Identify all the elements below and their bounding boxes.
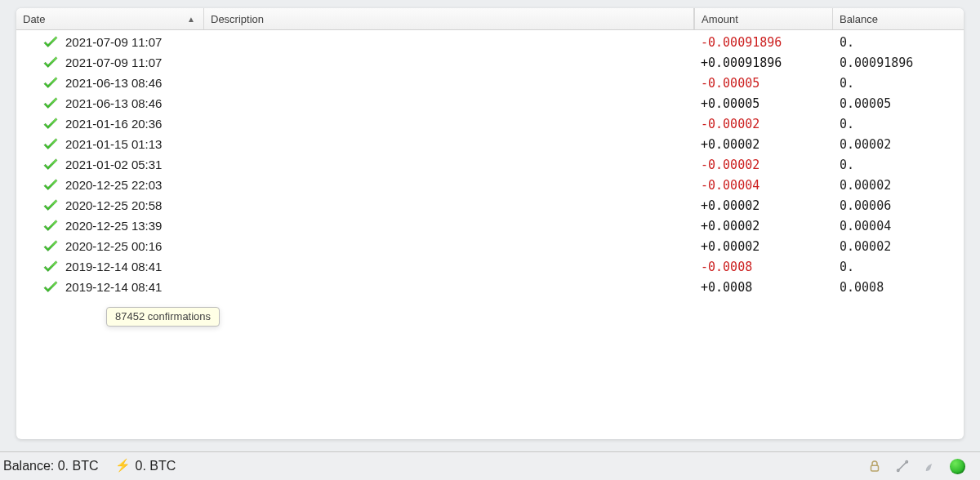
column-header-description[interactable]: Description: [204, 8, 694, 29]
transaction-row[interactable]: 2019-12-14 08:41+0.00080.0008: [16, 277, 964, 297]
transaction-balance: 0.00002: [833, 239, 964, 254]
sort-asc-icon: ▲: [187, 15, 195, 24]
svg-point-2: [906, 461, 907, 463]
confirmed-icon: [16, 281, 60, 294]
confirmed-icon: [16, 36, 60, 49]
transaction-balance: 0.00004: [833, 219, 964, 233]
transaction-date: 2020-12-25 13:39: [60, 219, 204, 233]
tools-icon[interactable]: [894, 458, 911, 474]
network-status-icon[interactable]: [950, 459, 965, 474]
transaction-balance: 0.: [833, 260, 964, 274]
transaction-amount: +0.00002: [694, 198, 833, 213]
transaction-row[interactable]: 2021-07-09 11:07-0.000918960.: [16, 32, 964, 52]
transaction-row[interactable]: 2021-01-15 01:13+0.000020.00002: [16, 134, 964, 154]
confirmed-icon: [16, 138, 60, 151]
transaction-amount: -0.00005: [694, 76, 833, 91]
transaction-amount: +0.00002: [694, 219, 833, 233]
transaction-date: 2021-06-13 08:46: [60, 76, 204, 90]
confirmed-icon: [16, 56, 60, 69]
confirmed-icon: [16, 199, 60, 212]
confirmations-tooltip-text: 87452 confirmations: [115, 310, 211, 322]
status-balance: Balance: 0. BTC: [0, 459, 99, 473]
transaction-balance: 0.: [833, 35, 964, 50]
transaction-amount: -0.00002: [694, 158, 833, 172]
confirmed-icon: [16, 260, 60, 273]
transaction-date: 2021-01-02 05:31: [60, 158, 204, 171]
status-icons: [866, 458, 965, 474]
transaction-balance: 0.: [833, 76, 964, 91]
column-header-amount[interactable]: Amount: [694, 8, 833, 29]
status-bar: Balance: 0. BTC ⚡ 0. BTC: [0, 451, 980, 480]
lock-icon[interactable]: [866, 458, 883, 474]
transaction-row[interactable]: 2021-01-16 20:36-0.000020.: [16, 113, 964, 134]
confirmed-icon: [16, 97, 60, 110]
confirmed-icon: [16, 240, 60, 253]
transaction-date: 2020-12-25 22:03: [60, 178, 204, 192]
column-header-date[interactable]: Date ▲: [16, 8, 204, 29]
confirmed-icon: [16, 179, 60, 192]
transaction-row[interactable]: 2021-07-09 11:07+0.000918960.00091896: [16, 52, 964, 73]
column-header-row: Date ▲ Description Amount Balance: [16, 8, 964, 30]
transaction-balance: 0.00006: [833, 198, 964, 213]
transaction-date: 2021-06-13 08:46: [60, 96, 204, 110]
status-lightning-label: 0. BTC: [136, 459, 176, 473]
transaction-balance: 0.00002: [833, 137, 964, 152]
transaction-amount: -0.00002: [694, 117, 833, 131]
transaction-amount: -0.0008: [694, 260, 833, 274]
transaction-balance: 0.0008: [833, 280, 964, 295]
transaction-balance: 0.: [833, 158, 964, 172]
transaction-date: 2021-01-16 20:36: [60, 117, 204, 131]
confirmed-icon: [16, 220, 60, 233]
transaction-row[interactable]: 2021-06-13 08:46+0.000050.00005: [16, 93, 964, 113]
transaction-row[interactable]: 2020-12-25 00:16+0.000020.00002: [16, 236, 964, 256]
transaction-row[interactable]: 2020-12-25 22:03-0.000040.00002: [16, 175, 964, 195]
transaction-date: 2021-01-15 01:13: [60, 137, 204, 151]
confirmations-tooltip: 87452 confirmations: [106, 307, 220, 327]
seed-icon[interactable]: [922, 458, 938, 474]
transaction-row[interactable]: 2020-12-25 13:39+0.000020.00004: [16, 216, 964, 236]
transaction-amount: +0.00002: [694, 137, 833, 152]
transaction-date: 2019-12-14 08:41: [60, 260, 204, 273]
column-header-amount-label: Amount: [702, 13, 738, 25]
transaction-balance: 0.00091896: [833, 56, 964, 70]
transaction-list: 2021-07-09 11:07-0.000918960.2021-07-09 …: [16, 30, 964, 297]
transaction-amount: -0.00091896: [694, 35, 833, 50]
column-header-balance[interactable]: Balance: [833, 8, 964, 29]
svg-rect-0: [871, 465, 879, 471]
transaction-date: 2019-12-14 08:41: [60, 280, 204, 294]
transaction-balance: 0.00002: [833, 178, 964, 193]
transaction-row[interactable]: 2021-06-13 08:46-0.000050.: [16, 73, 964, 93]
transaction-row[interactable]: 2020-12-25 20:58+0.000020.00006: [16, 195, 964, 216]
transaction-row[interactable]: 2021-01-02 05:31-0.000020.: [16, 154, 964, 175]
column-header-date-label: Date: [23, 13, 45, 25]
transaction-date: 2020-12-25 00:16: [60, 239, 204, 253]
confirmed-icon: [16, 158, 60, 171]
lightning-icon: ⚡: [115, 458, 131, 473]
confirmed-icon: [16, 118, 60, 131]
transaction-date: 2021-07-09 11:07: [60, 35, 204, 49]
transaction-amount: +0.0008: [694, 280, 833, 295]
transaction-amount: +0.00002: [694, 239, 833, 254]
transaction-amount: +0.00005: [694, 96, 833, 111]
confirmed-icon: [16, 77, 60, 90]
transaction-amount: +0.00091896: [694, 56, 833, 70]
transaction-amount: -0.00004: [694, 178, 833, 193]
transaction-row[interactable]: 2019-12-14 08:41-0.00080.: [16, 256, 964, 277]
svg-point-1: [898, 469, 899, 471]
status-lightning: ⚡ 0. BTC: [115, 459, 176, 473]
transaction-date: 2021-07-09 11:07: [60, 56, 204, 69]
transaction-balance: 0.00005: [833, 96, 964, 111]
history-panel: Date ▲ Description Amount Balance 2021-0…: [16, 8, 964, 439]
column-header-balance-label: Balance: [840, 13, 878, 25]
transaction-date: 2020-12-25 20:58: [60, 198, 204, 212]
column-header-description-label: Description: [211, 13, 264, 25]
transaction-balance: 0.: [833, 117, 964, 131]
